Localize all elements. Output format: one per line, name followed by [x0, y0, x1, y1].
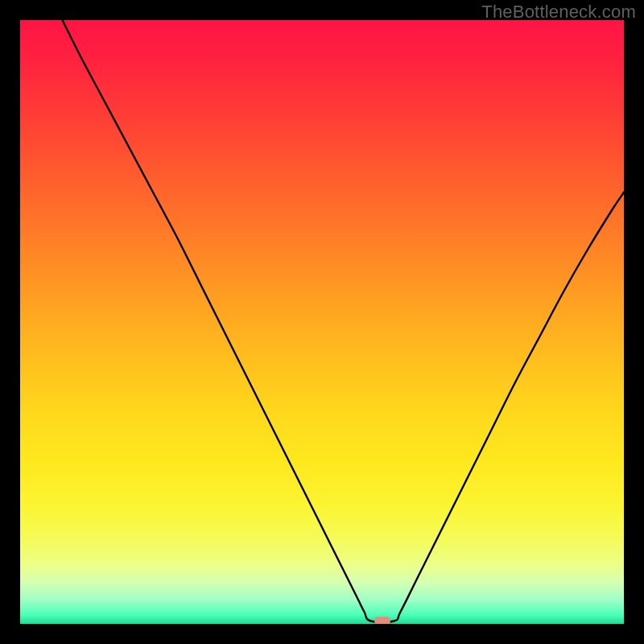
gradient-background	[20, 20, 624, 624]
chart-frame: TheBottleneck.com	[0, 0, 644, 644]
plot-area	[20, 20, 624, 624]
optimal-point-marker	[374, 617, 390, 624]
bottleneck-chart	[20, 20, 624, 624]
watermark-label: TheBottleneck.com	[481, 2, 636, 23]
